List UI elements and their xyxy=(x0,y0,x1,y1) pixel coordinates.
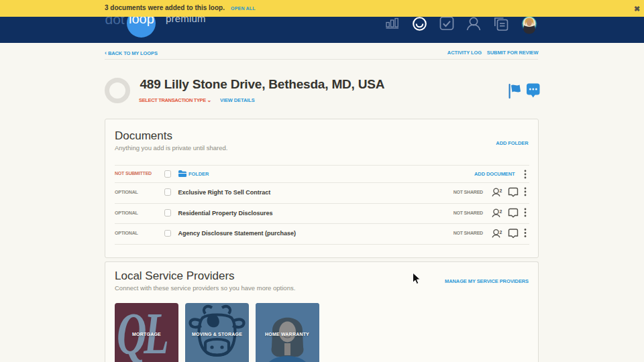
svg-text:2: 2 xyxy=(500,188,502,193)
